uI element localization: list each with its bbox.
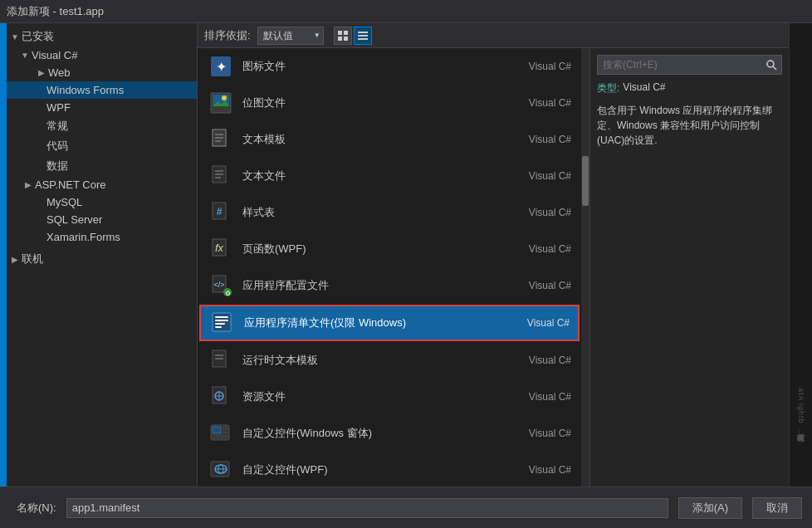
sort-dropdown-wrapper[interactable]: 默认值 名称 类型 [257,27,324,45]
svg-point-12 [222,95,227,100]
file-item-runtimetemplate[interactable]: 运行时文本模板 Visual C# [198,342,581,379]
xamarin-label: Xamarin.Forms [46,231,120,243]
sidebar-item-code[interactable]: 代码 [7,136,197,156]
svg-rect-3 [344,37,348,41]
file-item-text-template[interactable]: 文本模板 Visual C# [198,121,581,158]
svg-rect-31 [215,316,228,318]
file-list[interactable]: ✦ 图标文件 Visual C# [198,48,581,486]
file-item-bitmap[interactable]: 位图文件 Visual C# [198,85,581,121]
file-item-stylesheet[interactable]: # 样式表 Visual C# [198,194,581,231]
data-label: 数据 [46,159,68,174]
sidebar-item-data[interactable]: 数据 [7,156,197,176]
cancel-button[interactable]: 取消 [752,497,802,519]
file-item-icon[interactable]: ✦ 图标文件 Visual C# [198,48,581,85]
type-row: 类型: Visual C# [597,81,782,100]
sidebar-item-xamarin[interactable]: Xamarin.Forms [7,228,197,246]
installed-expand-icon [10,32,20,42]
main-content: 排序依据: 默认值 名称 类型 [198,23,789,486]
type-label: 类型: [597,81,619,96]
icon-file-type: Visual C# [496,61,571,72]
title-text: 添加新项 - test1.app [7,4,104,19]
text-template-type: Visual C# [496,134,571,145]
sort-label: 排序依据: [204,28,251,43]
online-label: 联机 [22,252,43,266]
function-type: Visual C# [496,243,571,255]
sidebar-item-aspnet[interactable]: ASP.NET Core [7,176,197,193]
scrollbar[interactable] [581,48,589,486]
svg-line-57 [773,66,776,70]
text-file-name: 文本文件 [242,169,496,183]
svg-rect-32 [215,320,228,321]
visual-csharp-label: Visual C# [32,49,77,61]
svg-rect-2 [338,37,342,41]
runtimetemplate-name: 运行时文本模板 [242,353,496,368]
customcontrol-name: 自定义控件(Windows 窗体) [242,426,496,441]
file-item-function[interactable]: fx 页函数(WPF) Visual C# [198,231,581,267]
search-button[interactable] [761,56,781,74]
sidebar: 已安装 Visual C# Web Windows Forms [7,23,198,486]
sidebar-item-wpf[interactable]: WPF [7,99,197,116]
mysql-label: MySQL [46,196,82,208]
info-description: 包含用于 Windows 应用程序的程序集绑定、Windows 兼容性和用户访问… [597,103,782,148]
stylesheet-icon: # [208,199,234,226]
file-item-resource[interactable]: 资源文件 Visual C# [198,379,581,415]
function-name: 页函数(WPF) [242,242,496,257]
svg-text:✦: ✦ [216,60,227,74]
runtimetemplate-icon [208,347,234,374]
appmanifest-name: 应用程序清单文件(仅限 Windows) [244,315,495,330]
appmanifest-icon [209,310,236,336]
resource-name: 资源文件 [242,389,496,404]
resource-icon [208,384,234,410]
bottom-bar: 名称(N): 添加(A) 取消 [0,486,812,528]
online-expand-icon [10,254,20,264]
sidebar-item-visual-csharp[interactable]: Visual C# [7,46,197,64]
titlebar: 添加新项 - test1.app [0,0,812,23]
left-edge-bar [0,23,7,486]
watermark-text3: 关注谓啊嗯... [795,427,806,437]
bitmap-file-type: Visual C# [496,97,571,109]
wpfcontrol-icon [208,457,234,483]
customcontrol-icon [208,420,234,447]
text-template-icon [208,126,234,153]
resource-type: Visual C# [496,391,571,403]
windows-forms-label: Windows Forms [46,84,124,96]
svg-point-56 [767,61,774,67]
grid-view-button[interactable] [334,27,352,45]
wpf-label: WPF [46,101,71,114]
right-edge: atA ightb 关注谓啊嗯... [789,23,812,486]
appconfig-name: 应用程序配置文件 [242,278,496,293]
installed-label: 已安装 [22,29,54,44]
runtimetemplate-type: Visual C# [496,354,571,366]
sidebar-item-normal[interactable]: 常规 [7,116,197,136]
file-item-customcontrol[interactable]: 自定义控件(Windows 窗体) Visual C# [198,415,581,452]
sidebar-item-web[interactable]: Web [7,64,197,81]
sort-dropdown[interactable]: 默认值 名称 类型 [257,27,324,45]
bitmap-file-icon [208,90,234,116]
search-input[interactable] [598,57,761,72]
name-label: 名称(N): [17,501,56,516]
sidebar-item-mysql[interactable]: MySQL [7,193,197,211]
sidebar-item-windows-forms[interactable]: Windows Forms [7,81,197,99]
file-item-wpfcontrol[interactable]: 自定义控件(WPF) Visual C# [198,452,581,486]
stylesheet-type: Visual C# [496,207,571,218]
wpfcontrol-type: Visual C# [496,464,571,476]
sidebar-item-online[interactable]: 联机 [7,249,197,269]
file-item-appconfig[interactable]: </> ⚙ 应用程序配置文件 Visual C# [198,267,581,304]
text-template-name: 文本模板 [242,132,496,147]
file-item-appmanifest[interactable]: 应用程序清单文件(仅限 Windows) Visual C# [199,305,580,341]
svg-rect-46 [213,435,227,438]
scrollbar-thumb[interactable] [582,156,589,206]
add-button[interactable]: 添加(A) [678,497,742,519]
sidebar-scroll[interactable]: 已安装 Visual C# Web Windows Forms [7,23,197,486]
svg-rect-34 [215,326,222,328]
list-view-button[interactable] [354,27,372,45]
svg-rect-30 [213,313,231,331]
aspnet-expand-icon [23,180,33,190]
file-item-text[interactable]: 文本文件 Visual C# [198,158,581,194]
svg-text:fx: fx [215,242,224,254]
sidebar-item-sqlserver[interactable]: SQL Server [7,211,197,228]
sidebar-installed[interactable]: 已安装 [7,27,197,46]
toolbar: 排序依据: 默认值 名称 类型 [198,23,789,48]
icon-file-icon: ✦ [208,53,234,80]
name-input[interactable] [66,498,668,518]
